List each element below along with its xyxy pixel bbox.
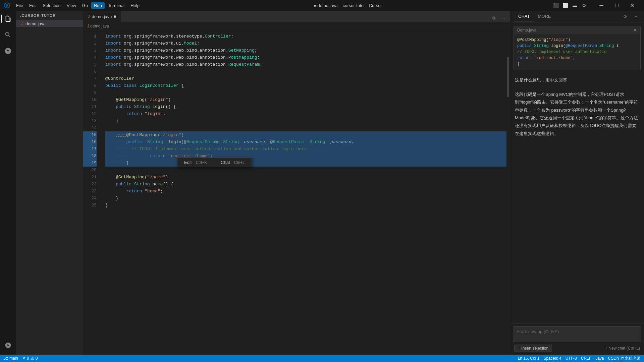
snippet-header: Demo.java ✕	[514, 26, 640, 34]
new-chat-header-button[interactable]: +	[632, 12, 640, 20]
language[interactable]: Java	[595, 356, 604, 361]
code-line-16: ··· public String login(@RequestParam St…	[105, 138, 506, 145]
line-col[interactable]: Ln 15, Col 1	[518, 356, 540, 361]
chat-panel: CHAT MORE ⟳ + Demo.java ✕ @PostMapping("…	[510, 11, 644, 355]
menu-edit[interactable]: Edit	[26, 2, 39, 9]
encoding[interactable]: UTF-8	[566, 356, 577, 361]
code-line-1: import org.springframework.stereotype.Co…	[105, 33, 506, 40]
titlebar-menu: File Edit Selection View Go Run Terminal…	[13, 2, 142, 9]
editor-area: J demo.java ⧉ ··· J demo.java 1	[83, 11, 510, 355]
insert-selection-button[interactable]: + Insert selection	[514, 345, 552, 352]
code-snippet-box: Demo.java ✕ @PostMapping("/login") publi…	[514, 26, 641, 70]
code-line-9	[105, 89, 506, 96]
menu-view[interactable]: View	[64, 2, 79, 9]
context-menu-edit[interactable]: Edit Ctrl+K	[177, 158, 214, 167]
tab-more[interactable]: MORE	[534, 12, 555, 21]
user-message: 这是什么意思，用中文回答	[510, 73, 644, 87]
code-line-12: return "login";	[105, 110, 506, 117]
code-line-3: import org.springframework.web.bind.anno…	[105, 47, 506, 54]
scrollbar-thumb[interactable]	[507, 57, 509, 97]
menu-run[interactable]: Run	[91, 2, 105, 9]
chat-header-actions: ⟳ +	[621, 12, 640, 20]
window-title: ● demo.java - .cursor-tutor - Cursor	[314, 3, 382, 8]
code-line-5: import org.springframework.web.bind.anno…	[105, 61, 506, 68]
menu-selection[interactable]: Selection	[40, 2, 63, 9]
tab-demo-java[interactable]: J demo.java	[83, 11, 121, 22]
menu-go[interactable]: Go	[79, 2, 91, 9]
tab-modified-dot	[114, 15, 116, 18]
tab-actions: ⧉ ···	[487, 14, 510, 22]
split-editor-button[interactable]: ⧉	[490, 14, 498, 22]
tab-label: demo.java	[92, 14, 112, 19]
breadcrumb: J demo.java	[83, 22, 510, 30]
code-line-6	[105, 68, 506, 75]
edit-label: Edit	[184, 160, 192, 165]
menu-terminal[interactable]: Terminal	[105, 2, 127, 9]
context-menu-chat[interactable]: Chat Ctrl+L	[214, 158, 252, 167]
error-icon: ✕	[22, 356, 25, 361]
code-line-19: ····}	[105, 160, 506, 167]
csdn-credit: CSDN @米粉老师	[608, 356, 641, 361]
chat-input[interactable]	[513, 326, 641, 342]
titlebar: File Edit Selection View Go Run Terminal…	[0, 0, 644, 11]
line-numbers: 12345 678910 11121314 15 16 17 18 19 202…	[83, 30, 100, 355]
titlebar-left: File Edit Selection View Go Run Terminal…	[4, 2, 142, 9]
search-icon[interactable]	[1, 28, 15, 42]
maximize-button[interactable]: □	[609, 0, 625, 11]
spaces[interactable]: Spaces: 4	[543, 356, 561, 361]
titlebar-right: ⬛ ⬜ ▬ ⚙ ─ □ ✕	[553, 0, 640, 11]
sidebar-icon[interactable]: ▬	[572, 3, 578, 8]
sidebar-item-label: demo.java	[25, 21, 46, 26]
line-ending[interactable]: CRLF	[581, 356, 591, 361]
code-editor[interactable]: 12345 678910 11121314 15 16 17 18 19 202…	[83, 30, 510, 355]
layout-icon[interactable]: ⬛	[553, 3, 559, 8]
code-line-15: ····@PostMapping("/login")	[105, 131, 506, 138]
code-line-2: import org.springframework.ui.Model;	[105, 40, 506, 47]
menu-file[interactable]: File	[13, 2, 26, 9]
close-button[interactable]: ✕	[625, 0, 640, 11]
code-line-8: public class LoginController {	[105, 82, 506, 89]
errors-number: 0	[27, 356, 29, 361]
tab-chat[interactable]: CHAT	[514, 12, 534, 21]
snippet-filename: Demo.java	[517, 28, 536, 33]
status-right: Ln 15, Col 1 Spaces: 4 UTF-8 CRLF Java C…	[518, 356, 641, 361]
code-line-11: public String login() {	[105, 103, 506, 110]
chat-header: CHAT MORE ⟳ +	[510, 11, 644, 22]
activity-bar	[0, 11, 16, 355]
branch-name: main	[9, 356, 18, 361]
status-bar: ⎇ main ✕ 0 ⚠ 0 Ln 15, Col 1 Spaces: 4 UT…	[0, 355, 644, 362]
chat-label: Chat	[221, 160, 230, 165]
breadcrumb-file: J demo.java	[87, 24, 109, 28]
java-tab-icon: J	[88, 14, 90, 18]
warning-icon: ⚠	[31, 356, 34, 361]
sidebar: .CURSOR-TUTOR J demo.java	[16, 11, 83, 355]
menu-help[interactable]: Help	[128, 2, 142, 9]
git-branch[interactable]: ⎇ main	[3, 356, 18, 361]
project-name: .CURSOR-TUTOR	[16, 11, 83, 20]
code-line-17: ····· // TODO: Implement user authentica…	[105, 145, 506, 153]
vertical-scrollbar[interactable]	[506, 30, 510, 355]
panel-icon[interactable]: ⬜	[563, 3, 568, 8]
new-chat-button[interactable]: + New chat (Ctrl+L)	[605, 346, 640, 351]
chat-input-actions: + Insert selection + New chat (Ctrl+L)	[513, 343, 641, 352]
code-line-10: @GetMapping("/login")	[105, 96, 506, 103]
debug-icon[interactable]	[1, 339, 15, 352]
warnings-number: 0	[36, 356, 38, 361]
status-left: ⎇ main ✕ 0 ⚠ 0	[3, 356, 38, 361]
chat-tabs: CHAT MORE	[514, 12, 555, 21]
errors-count[interactable]: ✕ 0 ⚠ 0	[22, 356, 38, 361]
explorer-icon[interactable]	[1, 12, 15, 25]
context-menu: Edit Ctrl+K Chat Ctrl+L	[177, 158, 252, 167]
code-line-18: ····· return "redirect:/home";	[105, 153, 506, 160]
code-content[interactable]: import org.springframework.stereotype.Co…	[100, 30, 506, 355]
edit-shortcut: Ctrl+K	[196, 160, 207, 165]
snippet-close-button[interactable]: ✕	[633, 27, 637, 33]
code-line-23: return "home";	[105, 188, 506, 195]
settings-icon[interactable]: ⚙	[582, 3, 587, 8]
sidebar-item-demo-java[interactable]: J demo.java	[16, 20, 83, 27]
git-icon[interactable]	[1, 44, 15, 58]
more-actions-button[interactable]: ···	[499, 14, 507, 22]
minimize-button[interactable]: ─	[594, 0, 609, 11]
snippet-content: @PostMapping("/login") public String log…	[514, 34, 640, 70]
history-button[interactable]: ⟳	[621, 12, 629, 20]
